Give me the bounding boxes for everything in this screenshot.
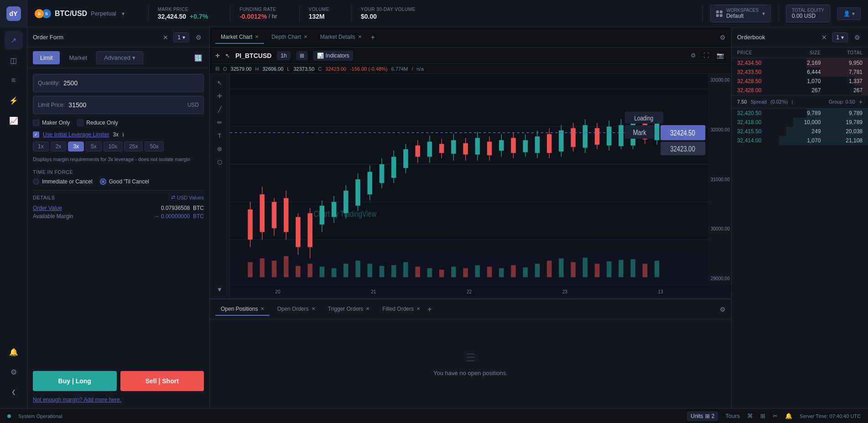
- ask-row-1[interactable]: 32,434.50 2,169 9,950: [732, 58, 868, 68]
- add-margin-link[interactable]: Not enough margin? Add more here.: [33, 397, 121, 403]
- leverage-link[interactable]: Use Initial Leverage Limiter: [43, 131, 109, 138]
- workspace-button[interactable]: WORKSPACES Default ▾: [710, 5, 771, 22]
- equity-button[interactable]: TOTAL EQUITY 0.00 USD: [786, 5, 830, 22]
- order-form-settings-button[interactable]: ⚙: [193, 32, 204, 43]
- nav-icon-settings[interactable]: ⚙: [5, 363, 23, 381]
- nav-collapse-button[interactable]: ❮: [5, 383, 23, 401]
- bid-row-4[interactable]: 32,414.00 1,070 21,108: [732, 136, 868, 145]
- indicators-button[interactable]: 📊 Indicators: [313, 51, 353, 61]
- tab-open-orders[interactable]: Open Orders ✕: [271, 303, 320, 316]
- buy-long-button[interactable]: Buy | Long: [33, 371, 117, 391]
- market-details-close-icon[interactable]: ✕: [358, 34, 362, 39]
- tool-pencil[interactable]: ✏: [215, 117, 224, 128]
- leverage-1x-button[interactable]: 1x: [33, 141, 49, 151]
- tab-depth-chart[interactable]: Depth Chart ✕: [266, 31, 313, 44]
- leverage-checkbox[interactable]: [33, 131, 39, 138]
- open-positions-close-icon[interactable]: ✕: [260, 306, 264, 311]
- svg-rect-82: [332, 268, 336, 277]
- orderbook-num-dropdown[interactable]: 1 ▾: [832, 32, 848, 42]
- bid-row-2[interactable]: 32,418.00 10,000 19,789: [732, 118, 868, 127]
- cursor-tool[interactable]: ↖: [225, 52, 230, 59]
- nav-icon-analytics[interactable]: 📈: [5, 111, 23, 130]
- depth-chart-close-icon[interactable]: ✕: [304, 34, 307, 39]
- tool-node[interactable]: ⊛: [215, 144, 224, 154]
- nav-icon-orders[interactable]: ≡: [5, 71, 23, 89]
- chart-settings-button[interactable]: ⚙: [720, 34, 726, 41]
- nav-icon-alerts[interactable]: ⚡: [5, 91, 23, 110]
- funding-label: FUNDING RATE: [239, 7, 277, 12]
- leverage-info-icon[interactable]: ℹ: [122, 132, 124, 138]
- trigger-orders-close-icon[interactable]: ✕: [366, 306, 369, 311]
- nav-icon-trade[interactable]: ↗: [5, 31, 23, 49]
- user-button[interactable]: 👤 ▾: [837, 7, 861, 20]
- bell-icon[interactable]: 🔔: [785, 413, 792, 419]
- add-chart-tab-button[interactable]: +: [371, 33, 375, 42]
- bid-row-1[interactable]: 32,420.50 9,789 9,789: [732, 109, 868, 118]
- app-logo: dY: [6, 6, 21, 21]
- tool-pointer[interactable]: ↖: [215, 78, 224, 88]
- chart-gear-icon[interactable]: ⚙: [689, 50, 698, 61]
- keyboard-icon[interactable]: ⌘: [747, 413, 753, 419]
- ask-row-4[interactable]: 32,428.00 267 267: [732, 86, 868, 95]
- reduce-only-checkbox[interactable]: Reduce Only: [77, 120, 118, 126]
- chart-fullscreen-icon[interactable]: ⛶: [702, 50, 711, 61]
- tool-text[interactable]: T: [216, 131, 223, 141]
- limit-price-input[interactable]: [68, 101, 187, 109]
- usd-values-toggle[interactable]: ⇄ USD Values: [171, 194, 204, 200]
- units-button[interactable]: Units ⊞ 2: [687, 411, 718, 421]
- tif-gtc-option[interactable]: Good 'Til Cancel: [100, 178, 149, 185]
- tool-line[interactable]: ╱: [216, 104, 223, 115]
- svg-rect-94: [475, 265, 480, 277]
- tab-advanced[interactable]: Advanced ▾: [96, 51, 143, 64]
- pair-info[interactable]: B S BTC/USD Perpetual ▾: [35, 8, 125, 19]
- chart-type-button[interactable]: ⊞: [296, 51, 308, 60]
- add-bottom-tab-button[interactable]: +: [427, 305, 431, 313]
- order-value-link[interactable]: Order Value: [33, 205, 62, 211]
- leverage-3x-button[interactable]: 3x: [68, 141, 84, 151]
- tool-down-arrow[interactable]: ▼: [215, 284, 224, 295]
- ask-row-3[interactable]: 32,428.50 1,070 1,337: [732, 77, 868, 86]
- tours-label[interactable]: Tours: [725, 413, 740, 419]
- tab-limit[interactable]: Limit: [33, 51, 60, 64]
- logo-area[interactable]: dY: [0, 0, 27, 27]
- tool-crosshair[interactable]: ✛: [215, 91, 224, 101]
- chart-body[interactable]: ↖ ✛ ╱ ✏ T ⊛ ⬡ ▼: [210, 74, 731, 298]
- tab-market-details[interactable]: Market Details ✕: [315, 31, 367, 44]
- maker-only-checkbox[interactable]: Maker Only: [33, 120, 70, 126]
- order-form-num-dropdown[interactable]: 1 ▾: [173, 32, 189, 42]
- tab-filled-orders[interactable]: Filled Orders ✕: [377, 303, 426, 316]
- chart-screenshot-icon[interactable]: 📷: [715, 50, 726, 61]
- tab-trigger-orders[interactable]: Trigger Orders ✕: [322, 303, 375, 316]
- leverage-50x-button[interactable]: 50x: [145, 141, 163, 151]
- calculator-button[interactable]: 🔢: [192, 51, 204, 64]
- crosshair-tool[interactable]: ✛: [215, 52, 220, 59]
- quantity-input[interactable]: [63, 79, 199, 87]
- nav-icon-portfolio[interactable]: ◫: [5, 51, 23, 69]
- ask-row-2[interactable]: 32,433.50 6,444 7,781: [732, 68, 868, 77]
- order-form-close-button[interactable]: ✕: [161, 33, 170, 42]
- sell-short-button[interactable]: Sell | Short: [120, 371, 204, 391]
- market-chart-close-icon[interactable]: ✕: [255, 34, 259, 39]
- nav-icon-notifications[interactable]: 🔔: [5, 343, 23, 361]
- spread-plus-button[interactable]: +: [859, 98, 863, 105]
- orderbook-column-headers: PRICE SIZE TOTAL: [732, 47, 868, 58]
- leverage-10x-button[interactable]: 10x: [104, 141, 122, 151]
- scissors-icon[interactable]: ✂: [773, 413, 778, 419]
- bid-row-3[interactable]: 32,415.50 249 20,038: [732, 127, 868, 136]
- open-orders-close-icon[interactable]: ✕: [312, 306, 315, 311]
- limit-price-label: Limit Price:: [38, 102, 65, 108]
- bottom-panel-settings-button[interactable]: ⚙: [720, 306, 726, 313]
- chart-interval-button[interactable]: 1h: [277, 51, 290, 60]
- orderbook-settings-button[interactable]: ⚙: [852, 32, 863, 43]
- orderbook-close-button[interactable]: ✕: [820, 33, 828, 42]
- leverage-25x-button[interactable]: 25x: [124, 141, 143, 151]
- tif-ioc-option[interactable]: Immediate or Cancel: [33, 178, 93, 185]
- tab-market[interactable]: Market: [62, 51, 94, 64]
- leverage-5x-button[interactable]: 5x: [86, 141, 102, 151]
- tab-market-chart[interactable]: Market Chart ✕: [215, 31, 264, 44]
- tool-shape[interactable]: ⬡: [215, 157, 224, 167]
- leverage-2x-button[interactable]: 2x: [51, 141, 67, 151]
- tab-open-positions[interactable]: Open Positions ✕: [215, 303, 270, 316]
- filled-orders-close-icon[interactable]: ✕: [416, 306, 420, 311]
- grid-layout-icon[interactable]: ⊞: [760, 413, 765, 419]
